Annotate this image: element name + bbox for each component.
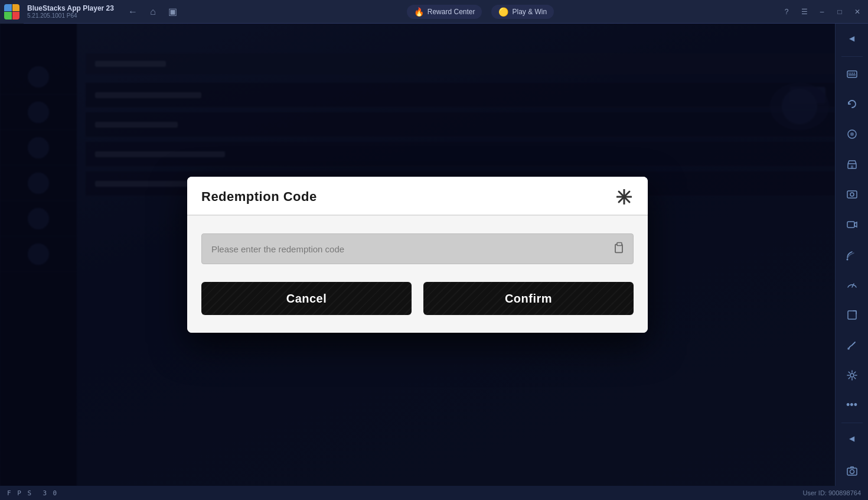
reward-center-badge[interactable]: 🔥 Reward Center xyxy=(407,5,482,19)
record-icon xyxy=(846,219,858,230)
app-version: 5.21.205.1001 P64 xyxy=(27,12,114,19)
help-button[interactable]: ? xyxy=(778,4,795,20)
svg-point-13 xyxy=(850,132,854,136)
sidebar-icon-more[interactable]: ••• xyxy=(839,392,865,418)
svg-point-26 xyxy=(850,469,854,473)
cast-icon xyxy=(846,249,858,261)
right-sidebar: ◀ xyxy=(835,24,868,486)
home-button[interactable]: ⌂ xyxy=(143,2,162,21)
sidebar-divider-2 xyxy=(841,423,863,423)
reward-center-label: Reward Center xyxy=(428,8,475,16)
titlebar-nav: ← ⌂ ▣ xyxy=(123,2,182,21)
speed-icon xyxy=(846,279,858,291)
svg-rect-16 xyxy=(847,191,857,198)
play-win-label: Play & Win xyxy=(512,8,547,16)
coin-icon: 🟡 xyxy=(498,7,508,17)
app-name: BlueStacks App Player 23 xyxy=(27,4,114,12)
app-info: BlueStacks App Player 23 5.21.205.1001 P… xyxy=(27,4,114,19)
svg-rect-6 xyxy=(847,71,857,77)
fps-value: 3 0 xyxy=(43,489,58,497)
sidebar-icon-keyboard[interactable] xyxy=(839,61,865,87)
redemption-code-input[interactable] xyxy=(201,233,634,264)
settings-icon xyxy=(846,369,858,381)
sidebar-icon-rotate[interactable] xyxy=(839,92,865,117)
svg-rect-7 xyxy=(849,73,850,74)
sidebar-expand-button[interactable]: ◀ xyxy=(839,26,865,51)
cancel-label: Cancel xyxy=(286,292,327,305)
dialog-body: Cancel Confirm xyxy=(187,216,648,333)
svg-rect-11 xyxy=(849,74,856,76)
sidebar-icon-store[interactable] xyxy=(839,152,865,177)
close-x-icon xyxy=(616,189,632,204)
sidebar-icon-gear[interactable] xyxy=(839,362,865,388)
main-content: Redemption Code xyxy=(0,24,835,486)
dialog-close-button[interactable] xyxy=(615,187,634,206)
fps-display: F P S 3 0 xyxy=(7,489,58,497)
fps-label: F P S xyxy=(7,489,32,497)
close-button[interactable]: ✕ xyxy=(849,4,866,20)
menu-button[interactable]: ☰ xyxy=(796,4,812,20)
confirm-button[interactable]: Confirm xyxy=(423,282,634,315)
paste-icon[interactable] xyxy=(614,242,625,257)
brush-icon xyxy=(846,339,858,351)
sidebar-icon-screenshot[interactable] xyxy=(839,182,865,207)
svg-rect-5 xyxy=(617,243,622,246)
svg-point-20 xyxy=(846,259,848,261)
titlebar: BlueStacks App Player 23 5.21.205.1001 P… xyxy=(0,0,868,24)
titlebar-center: 🔥 Reward Center 🟡 Play & Win xyxy=(182,5,778,19)
play-win-badge[interactable]: 🟡 Play & Win xyxy=(491,5,554,19)
sidebar-collapse-button[interactable]: ◀ xyxy=(839,426,865,451)
sidebar-icon-volume[interactable] xyxy=(839,122,865,147)
multi-instance-button[interactable]: ▣ xyxy=(164,2,182,21)
sidebar-icon-brush[interactable] xyxy=(839,332,865,358)
confirm-label: Confirm xyxy=(505,292,552,305)
cancel-button[interactable]: Cancel xyxy=(201,282,412,315)
sidebar-icon-resize[interactable] xyxy=(839,302,865,327)
svg-rect-8 xyxy=(850,73,851,74)
dialog-title: Redemption Code xyxy=(201,189,317,204)
svg-marker-19 xyxy=(854,222,857,227)
rotate-icon xyxy=(846,98,858,110)
svg-rect-18 xyxy=(847,222,854,228)
dialog-buttons: Cancel Confirm xyxy=(201,282,634,315)
svg-rect-9 xyxy=(852,73,853,74)
volume-icon xyxy=(846,128,858,140)
fire-icon: 🔥 xyxy=(414,7,424,17)
resize-icon xyxy=(846,309,858,321)
maximize-button[interactable]: □ xyxy=(831,4,848,20)
store-icon xyxy=(846,158,858,170)
titlebar-controls: ? ☰ – □ ✕ xyxy=(778,4,866,20)
code-input-wrapper xyxy=(201,233,634,264)
sidebar-icon-record[interactable] xyxy=(839,212,865,238)
dialog-header: Redemption Code xyxy=(187,177,648,216)
keyboard-icon xyxy=(846,68,858,80)
back-button[interactable]: ← xyxy=(123,2,142,21)
sidebar-divider-1 xyxy=(841,56,863,57)
minimize-button[interactable]: – xyxy=(814,4,830,20)
svg-point-24 xyxy=(850,374,854,377)
svg-point-23 xyxy=(847,348,850,350)
svg-rect-15 xyxy=(851,165,853,168)
sidebar-camera-button[interactable] xyxy=(839,458,865,483)
sidebar-icon-speed[interactable] xyxy=(839,272,865,297)
svg-rect-22 xyxy=(848,311,856,319)
svg-rect-10 xyxy=(854,73,855,74)
user-id: User ID: 900898764 xyxy=(803,489,861,496)
sidebar-icon-cast[interactable] xyxy=(839,242,865,268)
statusbar: F P S 3 0 User ID: 900898764 xyxy=(0,486,868,500)
app-logo xyxy=(0,0,24,24)
screenshot-icon xyxy=(846,189,858,200)
camera-icon xyxy=(846,465,858,477)
clipboard-icon xyxy=(614,242,625,254)
svg-point-17 xyxy=(850,193,854,196)
redemption-dialog: Redemption Code xyxy=(187,177,648,333)
